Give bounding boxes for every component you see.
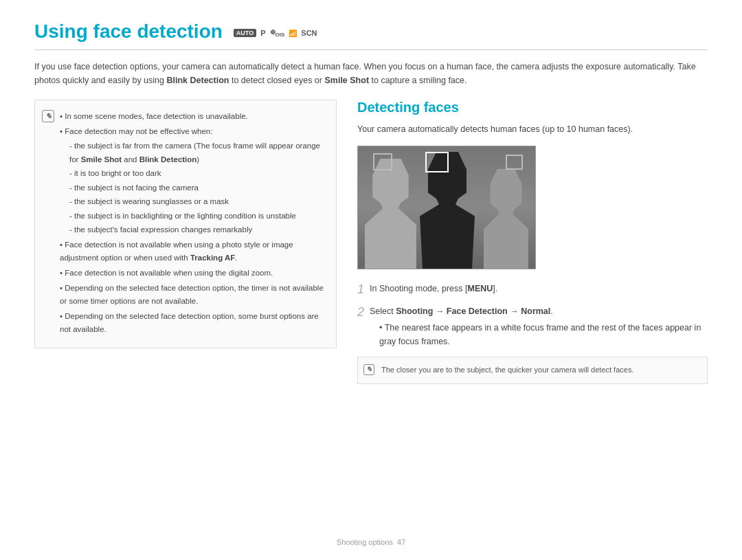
footer-page-number: 47 xyxy=(397,538,405,546)
steps: 1 In Shooting mode, press [MENU]. 2 Sele… xyxy=(357,282,708,348)
two-col-layout: ✎ In some scene modes, face detection is… xyxy=(34,100,708,384)
page-header: Using face detection AUTO P ⊕OIS 📶 SCN xyxy=(34,21,708,50)
mode-icons: AUTO P ⊕OIS 📶 SCN xyxy=(234,28,317,38)
note-icon: ✎ xyxy=(42,110,54,122)
note-item-1: In some scene modes, face detection is u… xyxy=(60,110,326,124)
focus-frame-gray-left xyxy=(373,153,392,170)
note-sub-4: the subject is wearing sunglasses or a m… xyxy=(69,195,326,209)
footer-text: Shooting options xyxy=(337,538,393,546)
note-sub-3: the subject is not facing the camera xyxy=(69,181,326,195)
step-2-number: 2 xyxy=(357,304,364,320)
intro-part3: to capture a smiling face. xyxy=(369,76,466,85)
smile-shot-bold: Smile Shot xyxy=(324,76,369,85)
focus-frame-gray-right xyxy=(506,155,523,170)
section-title: Detecting faces xyxy=(357,100,708,115)
note-item-6: Depending on the selected face detection… xyxy=(60,310,326,337)
mode-wifi: 📶 xyxy=(289,30,297,37)
note-item-4: Face detection is not available when usi… xyxy=(60,267,326,280)
mode-ois: ⊕OIS xyxy=(270,28,285,38)
right-column: Detecting faces Your camera automaticall… xyxy=(357,100,708,384)
note-sub-5: the subject is in backlighting or the li… xyxy=(69,210,326,223)
note-sub-2: it is too bright or too dark xyxy=(69,167,326,181)
step-1: 1 In Shooting mode, press [MENU]. xyxy=(357,282,708,298)
blink-detection-bold: Blink Detection xyxy=(166,76,229,85)
note-sub-list: the subject is far from the camera (The … xyxy=(60,139,326,237)
note-box: ✎ In some scene modes, face detection is… xyxy=(34,100,337,348)
note-list: In some scene modes, face detection is u… xyxy=(60,110,326,337)
page-container: Using face detection AUTO P ⊕OIS 📶 SCN I… xyxy=(0,0,742,560)
step-2-content: Select Shooting → Face Detection → Norma… xyxy=(370,304,708,348)
note-item-3: Face detection is not available when usi… xyxy=(60,238,326,265)
left-column: ✎ In some scene modes, face detection is… xyxy=(34,100,337,384)
focus-frame-white xyxy=(425,152,449,172)
page-footer: Shooting options 47 xyxy=(0,538,742,546)
mode-p: P xyxy=(260,29,265,37)
note-item-2: Face detection may not be effective when… xyxy=(60,125,326,237)
mode-scn: SCN xyxy=(301,29,317,37)
intro-text: If you use face detection options, your … xyxy=(34,60,708,87)
step-2-sub-list: The nearest face appears in a white focu… xyxy=(370,321,708,348)
note-sub-6: the subject's facial expression changes … xyxy=(69,223,326,237)
step-1-number: 1 xyxy=(357,282,364,298)
section-desc: Your camera automatically detects human … xyxy=(357,122,708,136)
intro-part2: to detect closed eyes or xyxy=(229,76,324,85)
note-sub-1: the subject is far from the camera (The … xyxy=(69,139,326,166)
page-title: Using face detection xyxy=(34,21,223,43)
small-note-text: The closer you are to the subject, the q… xyxy=(381,366,633,374)
small-note-icon: ✎ xyxy=(363,364,374,375)
step-2: 2 Select Shooting → Face Detection → Nor… xyxy=(357,304,708,348)
camera-viewfinder xyxy=(357,146,536,269)
small-note-box: ✎ The closer you are to the subject, the… xyxy=(357,357,708,384)
note-item-5: Depending on the selected face detection… xyxy=(60,282,326,309)
step-2-sub-item: The nearest face appears in a white focu… xyxy=(379,321,708,348)
mode-auto-badge: AUTO xyxy=(234,29,256,37)
step-1-content: In Shooting mode, press [MENU]. xyxy=(370,282,708,295)
